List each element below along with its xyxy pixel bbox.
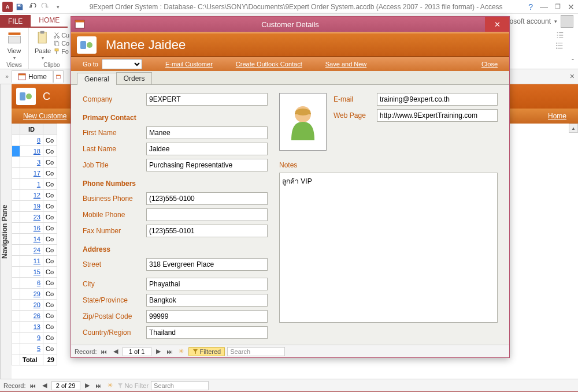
cell-company[interactable]: Co [43,223,57,234]
input-email[interactable] [377,93,498,106]
table-row[interactable]: 5Co [12,344,57,354]
modal-record-search-input[interactable] [227,347,285,356]
cell-id[interactable]: 17 [20,168,43,179]
table-row[interactable]: 23Co [12,212,57,223]
dialog-close-button[interactable]: ✕ [485,17,509,32]
table-row[interactable]: 26Co [12,311,57,322]
tab-file[interactable]: FILE [0,15,31,28]
table-row[interactable]: 19Co [12,201,57,212]
doc-tab-customer[interactable] [53,70,64,83]
undo-icon[interactable] [27,1,38,13]
doc-tab-home[interactable]: Home [12,70,53,83]
input-business-phone[interactable] [146,192,268,205]
table-row[interactable]: 12Co [12,190,57,201]
link-new-customer[interactable]: New Custome [23,112,66,120]
cell-id[interactable]: 12 [20,190,43,201]
nav-next-icon[interactable]: ▶ [83,381,92,390]
tab-general[interactable]: General [77,73,117,85]
cell-company[interactable]: Co [43,135,57,146]
cell-id[interactable]: 15 [20,267,43,278]
cell-company[interactable]: Co [43,278,57,289]
close-form-link[interactable]: Close [481,61,498,68]
help-icon[interactable]: ? [528,2,533,12]
cell-id[interactable]: 9 [20,333,43,344]
input-country[interactable] [146,326,268,339]
input-zip[interactable] [146,310,268,323]
format-painter-button[interactable]: Fo [53,47,69,55]
cell-id[interactable]: 24 [20,245,43,256]
close-tab-icon[interactable]: × [570,72,575,81]
redo-icon[interactable] [39,1,51,13]
cell-id[interactable]: 16 [20,223,43,234]
close-window-icon[interactable]: ✕ [568,2,575,12]
modal-record-position-input[interactable] [123,347,151,356]
cell-id[interactable]: 20 [20,300,43,311]
nav-last-icon[interactable]: ⏭ [94,381,103,390]
tab-home[interactable]: HOME [31,14,68,28]
nav-new-icon[interactable]: ✳ [106,381,115,390]
link-home[interactable]: Home [548,112,566,120]
create-outlook-contact-link[interactable]: Create Outlook Contact [236,61,302,68]
save-and-new-link[interactable]: Save and New [325,61,367,68]
cell-id[interactable]: 11 [20,256,43,267]
cell-company[interactable]: Co [43,267,57,278]
filter-status[interactable]: No Filter [117,382,149,389]
table-row[interactable]: 8Co [12,135,57,146]
scroll-up-icon[interactable]: ▲ [569,124,578,133]
table-row[interactable]: 29Co [12,289,57,300]
modal-filter-status[interactable]: Filtered [188,347,225,356]
table-row[interactable]: 16Co [12,223,57,234]
input-webpage[interactable] [377,109,498,122]
cell-company[interactable]: Co [43,311,57,322]
input-mobile-phone[interactable] [146,208,268,221]
nav-prev-icon[interactable]: ◀ [40,381,49,390]
modal-nav-next-icon[interactable]: ▶ [154,347,163,356]
cell-id[interactable]: 3 [20,157,43,168]
nav-expand-icon[interactable]: » [2,69,12,84]
cell-id[interactable]: 1 [20,179,43,190]
minimize-icon[interactable]: — [540,2,548,12]
tab-orders[interactable]: Orders [116,72,153,84]
cell-company[interactable]: Co [43,146,57,157]
restore-icon[interactable]: ❐ [555,3,561,10]
view-button[interactable]: View ▾ [3,29,25,62]
goto-select[interactable] [102,59,142,69]
modal-nav-new-icon[interactable]: ✳ [177,347,186,356]
modal-nav-last-icon[interactable]: ⏭ [165,347,175,356]
cell-company[interactable]: Co [43,168,57,179]
cell-company[interactable]: Co [43,234,57,245]
ribbon-collapse-icon[interactable]: ˇ [568,28,578,69]
modal-nav-first-icon[interactable]: ⏮ [99,347,109,356]
modal-nav-prev-icon[interactable]: ◀ [111,347,120,356]
cell-company[interactable]: Co [43,256,57,267]
input-job-title[interactable] [146,159,268,171]
table-row[interactable]: 6Co [12,278,57,289]
cell-id[interactable]: 6 [20,278,43,289]
table-row[interactable]: 17Co [12,168,57,179]
table-row[interactable]: 11Co [12,256,57,267]
table-row[interactable]: 9Co [12,333,57,344]
record-search-input[interactable] [151,381,209,390]
cell-id[interactable]: 8 [20,135,43,146]
cell-company[interactable]: Co [43,333,57,344]
table-row[interactable]: 20Co [12,300,57,311]
cell-company[interactable]: Co [43,289,57,300]
email-customer-link[interactable]: E-mail Customer [165,61,213,68]
cut-button[interactable]: Cu [53,31,69,39]
cell-company[interactable]: Co [43,245,57,256]
input-last-name[interactable] [146,143,268,155]
save-icon[interactable] [14,1,25,13]
cell-id[interactable]: 19 [20,201,43,212]
table-row[interactable]: 15Co [12,267,57,278]
cell-id[interactable]: 5 [20,344,43,354]
input-city[interactable] [146,278,268,290]
cell-company[interactable]: Co [43,157,57,168]
input-first-name[interactable] [146,126,268,139]
cell-id[interactable]: 18 [20,146,43,157]
cell-company[interactable]: Co [43,201,57,212]
copy-button[interactable]: Co [53,39,69,47]
cell-id[interactable]: 26 [20,311,43,322]
input-company[interactable] [146,93,268,106]
contact-photo[interactable] [279,93,327,151]
input-state[interactable] [146,294,268,307]
